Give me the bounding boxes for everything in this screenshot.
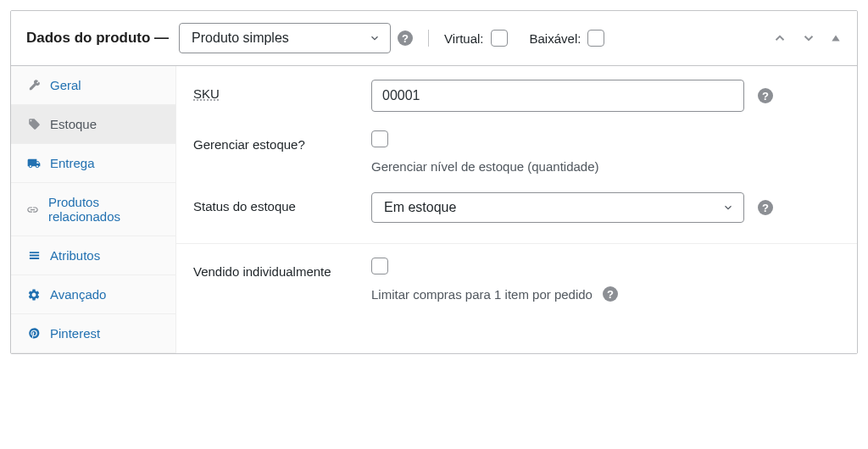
tab-shipping[interactable]: Entrega [11, 144, 175, 183]
tab-attributes[interactable]: Atributos [11, 236, 175, 275]
tab-linked[interactable]: Produtos relacionados [11, 183, 175, 236]
tab-general[interactable]: Geral [11, 66, 175, 105]
tab-pinterest[interactable]: Pinterest [11, 314, 175, 353]
sku-stock-group: SKU ? Gerenciar estoque? Gerenciar nível… [176, 66, 857, 244]
tab-label: Entrega [50, 156, 95, 170]
manage-stock-row: Gerenciar estoque? Gerenciar nível de es… [176, 125, 857, 187]
stock-status-select[interactable]: Em estoque [371, 192, 744, 223]
panel-body: Geral Estoque Entrega Produtos relaciona… [11, 66, 857, 353]
tab-content: SKU ? Gerenciar estoque? Gerenciar nível… [176, 66, 857, 353]
divider [428, 30, 429, 47]
sold-individually-row: Vendido individualmente Limitar compras … [176, 244, 857, 335]
downloadable-toggle: Baixável: [530, 30, 605, 47]
wrench-icon [26, 79, 42, 91]
downloadable-label: Baixável: [530, 31, 581, 46]
help-icon[interactable]: ? [758, 200, 773, 215]
manage-stock-checkbox[interactable] [371, 130, 388, 147]
manage-stock-desc: Gerenciar nível de estoque (quantidade) [371, 159, 599, 174]
gear-icon [26, 288, 42, 302]
stock-status-value: Em estoque [384, 200, 456, 215]
sidebar-tabs: Geral Estoque Entrega Produtos relaciona… [11, 66, 176, 353]
virtual-toggle: Virtual: [444, 30, 507, 47]
chevron-down-icon [369, 32, 381, 44]
manage-stock-label: Gerenciar estoque? [193, 130, 371, 152]
move-down-icon[interactable] [801, 30, 816, 46]
help-icon[interactable]: ? [398, 30, 413, 46]
stock-status-label: Status do estoque [193, 192, 371, 213]
product-data-panel: Dados do produto — Produto simples ? Vir… [10, 10, 858, 354]
truck-icon [26, 157, 42, 170]
tab-label: Geral [50, 78, 81, 92]
chevron-down-icon [722, 202, 734, 213]
product-type-value: Produto simples [192, 30, 289, 46]
virtual-label: Virtual: [444, 31, 483, 46]
tab-label: Estoque [50, 117, 97, 131]
tag-icon [26, 118, 42, 130]
link-icon [26, 203, 40, 216]
collapse-icon[interactable] [830, 32, 842, 44]
help-icon[interactable]: ? [758, 88, 773, 103]
stock-status-row: Status do estoque Em estoque ? [176, 187, 857, 243]
sold-individually-label: Vendido individualmente [193, 258, 371, 279]
pinterest-icon [26, 327, 42, 340]
panel-controls [772, 30, 842, 46]
tab-label: Atributos [50, 248, 100, 263]
help-icon[interactable]: ? [603, 286, 618, 302]
sku-label: SKU [193, 80, 371, 101]
downloadable-checkbox[interactable] [587, 30, 604, 47]
panel-title: Dados do produto — [26, 30, 169, 47]
sold-individually-desc: Limitar compras para 1 item por pedido [371, 287, 593, 302]
tab-label: Avançado [50, 287, 106, 302]
tab-inventory[interactable]: Estoque [11, 105, 175, 144]
tab-label: Pinterest [50, 326, 100, 341]
move-up-icon[interactable] [772, 30, 787, 46]
tab-label: Produtos relacionados [48, 195, 160, 224]
panel-header: Dados do produto — Produto simples ? Vir… [11, 11, 857, 66]
virtual-checkbox[interactable] [491, 30, 508, 47]
tab-advanced[interactable]: Avançado [11, 275, 175, 314]
list-icon [26, 249, 42, 262]
sold-individually-checkbox[interactable] [371, 258, 388, 274]
svg-marker-0 [832, 36, 839, 42]
sku-input[interactable] [371, 80, 744, 112]
product-type-select[interactable]: Produto simples [179, 23, 391, 53]
sku-row: SKU ? [176, 66, 857, 125]
